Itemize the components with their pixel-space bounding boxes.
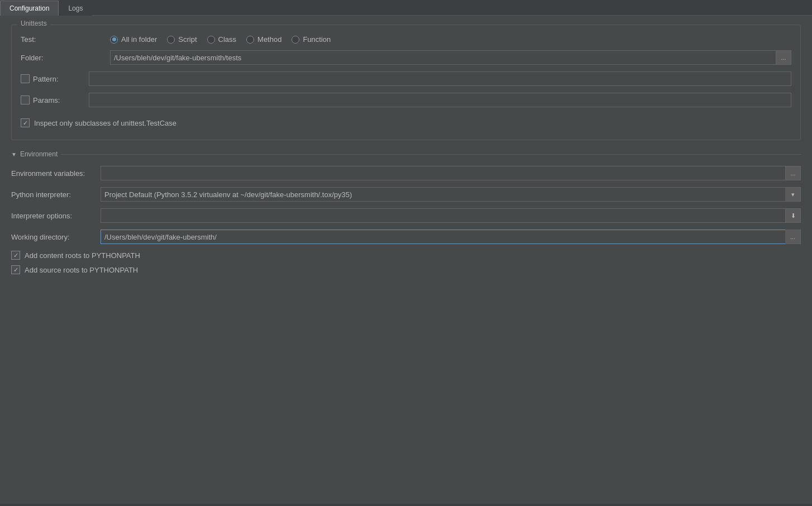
radio-function[interactable]: Function bbox=[292, 35, 331, 44]
radio-label-method: Method bbox=[257, 35, 281, 44]
python-interpreter-input-group: ▾ bbox=[101, 187, 801, 202]
collapse-arrow-icon[interactable]: ▼ bbox=[11, 151, 17, 157]
radio-circle-method[interactable] bbox=[246, 36, 254, 44]
pattern-input[interactable] bbox=[89, 71, 791, 86]
tab-bar: Configuration Logs bbox=[0, 0, 812, 16]
interpreter-options-button[interactable]: ⬇ bbox=[785, 208, 801, 223]
radio-all-in-folder[interactable]: All in folder bbox=[110, 35, 157, 44]
working-directory-input-group: ... bbox=[101, 230, 801, 244]
add-content-roots-label: Add content roots to PYTHONPATH bbox=[25, 251, 140, 260]
params-input-group bbox=[89, 93, 791, 107]
test-label: Test: bbox=[21, 35, 110, 44]
radio-method[interactable]: Method bbox=[246, 35, 281, 44]
section-divider-line bbox=[61, 154, 801, 155]
params-checkbox[interactable] bbox=[21, 96, 30, 104]
interpreter-options-label: Interpreter options: bbox=[11, 212, 101, 220]
folder-browse-button[interactable]: ... bbox=[776, 50, 791, 65]
add-source-roots-row: Add source roots to PYTHONPATH bbox=[11, 265, 801, 274]
test-row: Test: All in folder Script Class Method bbox=[21, 35, 791, 44]
pattern-input-group bbox=[89, 71, 791, 86]
interpreter-options-input-group: ⬇ bbox=[101, 208, 801, 223]
add-content-roots-checkbox[interactable] bbox=[11, 251, 20, 260]
test-radio-group: All in folder Script Class Method Functi… bbox=[110, 35, 791, 44]
interpreter-options-row: Interpreter options: ⬇ bbox=[11, 208, 801, 223]
python-interpreter-dropdown-button[interactable]: ▾ bbox=[785, 187, 801, 202]
python-interpreter-label: Python interpreter: bbox=[11, 190, 101, 199]
working-directory-row: Working directory: ... bbox=[11, 230, 801, 244]
pattern-row: Pattern: bbox=[21, 71, 791, 86]
working-directory-label: Working directory: bbox=[11, 233, 101, 241]
chevron-down-icon: ▾ bbox=[791, 191, 795, 198]
unittests-section-title: Unittests bbox=[17, 20, 50, 27]
env-vars-input[interactable] bbox=[101, 166, 785, 180]
radio-label-all-in-folder: All in folder bbox=[121, 35, 157, 44]
main-content: Unittests Test: All in folder Script Cla… bbox=[0, 16, 812, 504]
radio-class[interactable]: Class bbox=[207, 35, 237, 44]
python-interpreter-input[interactable] bbox=[101, 187, 785, 202]
working-directory-input[interactable] bbox=[101, 230, 785, 244]
tab-configuration[interactable]: Configuration bbox=[0, 1, 59, 16]
params-row: Params: bbox=[21, 93, 791, 107]
python-interpreter-row: Python interpreter: ▾ bbox=[11, 187, 801, 202]
radio-circle-script[interactable] bbox=[167, 36, 175, 44]
folder-row: Folder: ... bbox=[21, 50, 791, 65]
environment-header: ▼ Environment bbox=[11, 150, 801, 158]
unittests-section: Unittests Test: All in folder Script Cla… bbox=[11, 25, 801, 140]
env-vars-input-group: ... bbox=[101, 166, 801, 180]
env-vars-row: Environment variables: ... bbox=[11, 166, 801, 180]
pattern-checkbox[interactable] bbox=[21, 74, 30, 83]
inspect-checkbox-row: Inspect only subclasses of unittest.Test… bbox=[21, 118, 791, 127]
working-directory-browse-button[interactable]: ... bbox=[785, 230, 801, 244]
download-icon: ⬇ bbox=[791, 212, 796, 219]
folder-label: Folder: bbox=[21, 54, 110, 62]
radio-label-class: Class bbox=[218, 35, 237, 44]
radio-circle-class[interactable] bbox=[207, 36, 215, 44]
interpreter-options-input[interactable] bbox=[101, 208, 785, 223]
inspect-label: Inspect only subclasses of unittest.Test… bbox=[34, 119, 176, 127]
inspect-checkbox[interactable] bbox=[21, 118, 30, 127]
radio-script[interactable]: Script bbox=[167, 35, 197, 44]
add-source-roots-label: Add source roots to PYTHONPATH bbox=[25, 266, 138, 274]
radio-circle-all-in-folder[interactable] bbox=[110, 36, 118, 44]
params-label: Params: bbox=[33, 96, 89, 104]
environment-section-title: Environment bbox=[20, 150, 58, 158]
add-content-roots-row: Add content roots to PYTHONPATH bbox=[11, 251, 801, 260]
add-source-roots-checkbox[interactable] bbox=[11, 265, 20, 274]
params-input[interactable] bbox=[89, 93, 791, 107]
radio-label-function: Function bbox=[303, 35, 331, 44]
pattern-label: Pattern: bbox=[33, 75, 89, 83]
folder-input[interactable] bbox=[110, 50, 776, 65]
folder-input-group: ... bbox=[110, 50, 791, 65]
radio-label-script: Script bbox=[178, 35, 197, 44]
env-vars-label: Environment variables: bbox=[11, 169, 101, 178]
tab-logs[interactable]: Logs bbox=[59, 1, 92, 16]
environment-section: ▼ Environment Environment variables: ...… bbox=[11, 150, 801, 274]
radio-circle-function[interactable] bbox=[292, 36, 299, 44]
env-vars-browse-button[interactable]: ... bbox=[785, 166, 801, 180]
